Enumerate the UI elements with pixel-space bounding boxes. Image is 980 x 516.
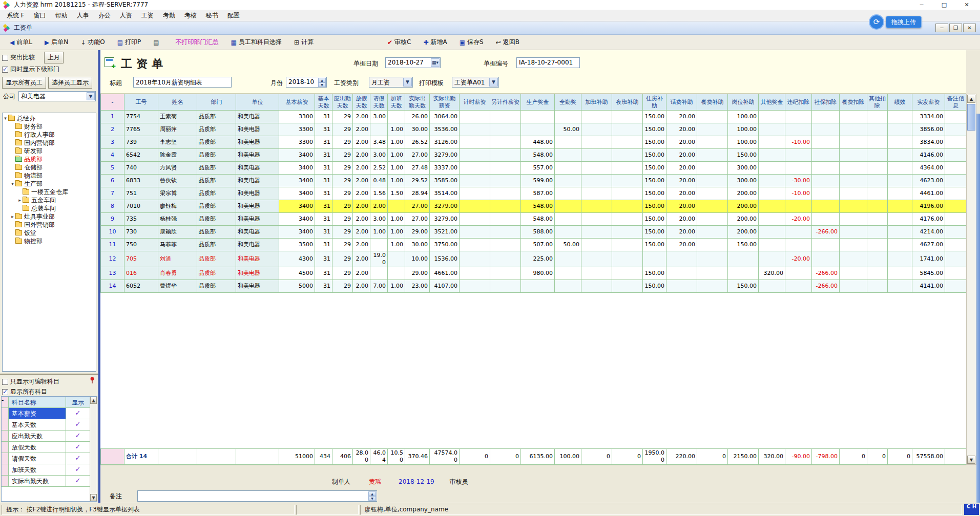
column-header[interactable]: 实发薪资 xyxy=(912,94,945,111)
grid-cell[interactable]: 2.00 xyxy=(353,111,370,123)
check-icon[interactable]: ✓ xyxy=(66,442,90,453)
grid-cell[interactable] xyxy=(581,200,612,213)
grid-cell[interactable]: 29 xyxy=(332,251,353,267)
column-header[interactable]: - xyxy=(101,94,124,111)
subject-name[interactable]: 实际出勤天数 xyxy=(9,476,66,486)
grid-cell[interactable] xyxy=(612,200,643,213)
column-header[interactable]: 放假天数 xyxy=(353,94,370,111)
grid-cell[interactable] xyxy=(490,213,521,226)
caption-field[interactable]: 2018年10月薪资明细表 xyxy=(133,77,232,88)
grid-cell[interactable]: 李志坚 xyxy=(158,136,197,149)
scroll-down-icon[interactable]: ▼ xyxy=(967,456,975,464)
grid-cell[interactable]: 1.00 xyxy=(388,149,405,162)
grid-cell[interactable]: 23.00 xyxy=(405,280,430,292)
grid-cell[interactable]: 4300 xyxy=(279,251,315,267)
check-icon[interactable]: ✓ xyxy=(66,419,90,430)
toolbar-button[interactable]: ✔ 审核C xyxy=(383,36,415,49)
drag-upload-button[interactable]: 拖拽上传 xyxy=(886,16,922,28)
grid-cell[interactable]: 和美电器 xyxy=(236,111,279,123)
grid-cell[interactable] xyxy=(945,149,967,162)
grid-cell[interactable]: 2.00 xyxy=(353,162,370,175)
grid-cell[interactable]: 150.00 xyxy=(643,267,666,280)
grid-cell[interactable]: 50.00 xyxy=(555,239,581,251)
menu-item[interactable]: 人事 xyxy=(72,10,94,21)
tree-item[interactable]: 仓储部 xyxy=(3,163,96,171)
grid-cell[interactable] xyxy=(460,267,490,280)
grid-cell[interactable]: 30.00 xyxy=(405,123,430,136)
grid-cell[interactable]: 4214.00 xyxy=(912,226,945,239)
grid-cell[interactable] xyxy=(581,175,612,187)
grid-cell[interactable] xyxy=(867,251,888,267)
subject-list-scrollbar[interactable]: ▲ ▼ xyxy=(90,397,97,501)
grid-cell[interactable]: 4661.00 xyxy=(430,267,460,280)
grid-cell[interactable] xyxy=(888,280,912,292)
grid-cell[interactable]: 品质部 xyxy=(197,251,236,267)
grid-cell[interactable] xyxy=(812,111,840,123)
grid-cell[interactable]: 20.00 xyxy=(666,136,697,149)
grid-cell[interactable]: 100.00 xyxy=(728,111,759,123)
grid-cell[interactable]: 康颖欣 xyxy=(158,226,197,239)
grid-cell[interactable] xyxy=(945,162,967,175)
grid-cell[interactable]: 3750.00 xyxy=(430,239,460,251)
cloud-sync-icon[interactable]: ⟳ xyxy=(869,14,884,30)
grid-cell[interactable]: 730 xyxy=(124,226,158,239)
grid-cell[interactable]: 31 xyxy=(315,123,332,136)
grid-cell[interactable] xyxy=(812,162,840,175)
grid-cell[interactable] xyxy=(666,280,697,292)
grid-cell[interactable]: 和美电器 xyxy=(236,149,279,162)
column-header[interactable]: 基本薪资 xyxy=(279,94,315,111)
grid-cell[interactable] xyxy=(490,149,521,162)
note-spinner[interactable]: ▲▼ xyxy=(368,491,376,500)
grid-cell[interactable]: 3400 xyxy=(279,187,315,200)
grid-cell[interactable]: 200.00 xyxy=(728,200,759,213)
grid-cell[interactable]: 3.48 xyxy=(370,136,388,149)
subject-row-selector[interactable] xyxy=(2,408,9,419)
grid-cell[interactable] xyxy=(490,123,521,136)
grid-cell[interactable]: 548.00 xyxy=(521,213,555,226)
tree-item[interactable]: 国外营销部 xyxy=(3,221,96,229)
grid-cell[interactable]: 和美电器 xyxy=(236,251,279,267)
close-button[interactable]: ✕ xyxy=(955,0,978,10)
grid-cell[interactable]: 1.00 xyxy=(388,213,405,226)
tree-item[interactable]: 总装车间 xyxy=(3,204,96,212)
chevron-down-icon[interactable]: ▼ xyxy=(403,78,412,87)
grid-cell[interactable]: 599.00 xyxy=(521,175,555,187)
grid-cell[interactable] xyxy=(812,123,840,136)
grid-cell[interactable] xyxy=(581,226,612,239)
grid-cell[interactable] xyxy=(812,239,840,251)
grid-cell[interactable] xyxy=(888,239,912,251)
grid-cell[interactable] xyxy=(888,136,912,149)
grid-cell[interactable]: 和美电器 xyxy=(236,213,279,226)
grid-cell[interactable]: 品质部 xyxy=(197,200,236,213)
grid-cell[interactable] xyxy=(840,267,867,280)
grid-cell[interactable] xyxy=(867,136,888,149)
grid-cell[interactable]: 20.00 xyxy=(666,213,697,226)
column-header[interactable]: 全勤奖 xyxy=(555,94,581,111)
grid-cell[interactable] xyxy=(785,239,812,251)
grid-cell[interactable] xyxy=(697,267,728,280)
minimize-button[interactable]: ─ xyxy=(910,0,933,10)
tree-item[interactable]: 研发部 xyxy=(3,147,96,155)
toolbar-button[interactable]: ▤ xyxy=(149,37,165,48)
month-field[interactable]: 2018-10 ▲▼ xyxy=(286,77,327,88)
grid-cell[interactable] xyxy=(581,267,612,280)
grid-cell[interactable]: 31 xyxy=(315,280,332,292)
grid-cell[interactable] xyxy=(888,267,912,280)
grid-cell[interactable]: 557.00 xyxy=(521,162,555,175)
show-sub-depts-checkbox[interactable] xyxy=(2,67,8,73)
pin-icon[interactable] xyxy=(89,377,95,385)
grid-cell[interactable]: 150.00 xyxy=(728,149,759,162)
grid-cell[interactable] xyxy=(945,267,967,280)
grid-cell[interactable]: 4107.00 xyxy=(430,280,460,292)
ime-indicator[interactable]: C H xyxy=(964,504,979,515)
grid-cell[interactable] xyxy=(888,149,912,162)
grid-cell[interactable] xyxy=(759,187,785,200)
grid-cell[interactable]: -30.00 xyxy=(785,175,812,187)
grid-cell[interactable]: 品质部 xyxy=(197,136,236,149)
grid-cell[interactable]: 3126.00 xyxy=(430,136,460,149)
grid-cell[interactable] xyxy=(785,200,812,213)
grid-cell[interactable]: 29 xyxy=(332,136,353,149)
grid-cell[interactable]: 4196.00 xyxy=(912,200,945,213)
grid-cell[interactable]: 225.00 xyxy=(521,251,555,267)
grid-cell[interactable]: 3300 xyxy=(279,111,315,123)
